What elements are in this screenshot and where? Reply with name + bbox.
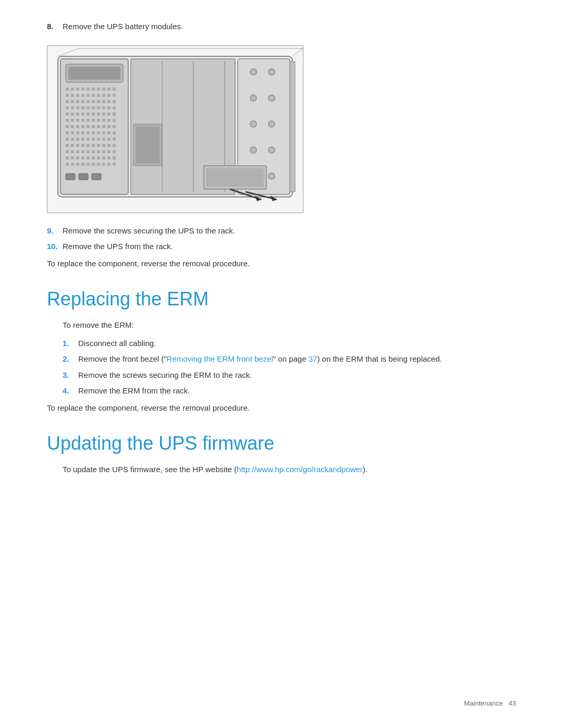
svg-rect-25 xyxy=(76,100,79,103)
erm-step-3-number: 3. xyxy=(63,369,78,381)
svg-rect-110 xyxy=(102,150,105,153)
svg-rect-126 xyxy=(81,163,84,166)
svg-rect-23 xyxy=(66,100,69,103)
svg-rect-51 xyxy=(107,113,111,116)
svg-rect-40 xyxy=(102,106,105,109)
svg-rect-127 xyxy=(87,163,90,166)
svg-rect-45 xyxy=(76,113,79,116)
svg-rect-92 xyxy=(113,138,116,141)
erm-step-2: 2. Remove the front bezel ("Removing the… xyxy=(63,353,516,365)
svg-rect-91 xyxy=(107,138,111,141)
svg-rect-14 xyxy=(71,94,74,97)
svg-point-152 xyxy=(268,147,275,153)
svg-rect-90 xyxy=(102,138,105,141)
erm-step-3: 3. Remove the screws securing the ERM to… xyxy=(63,369,516,381)
section2-heading: Updating the UPS firmware xyxy=(47,433,516,454)
step-10-text: Remove the UPS from the rack. xyxy=(63,241,516,253)
section1-heading: Replacing the ERM xyxy=(47,288,516,310)
replace-note-2: To replace the component, reverse the re… xyxy=(47,402,516,414)
svg-rect-49 xyxy=(97,113,100,116)
svg-point-151 xyxy=(250,147,256,153)
svg-rect-60 xyxy=(102,119,105,122)
svg-rect-48 xyxy=(92,113,95,116)
svg-rect-17 xyxy=(87,94,90,97)
svg-rect-61 xyxy=(107,119,111,122)
svg-rect-37 xyxy=(87,106,90,109)
svg-rect-104 xyxy=(71,150,74,153)
svg-point-146 xyxy=(268,69,275,75)
svg-rect-57 xyxy=(87,119,90,122)
svg-rect-67 xyxy=(87,125,90,128)
svg-rect-56 xyxy=(81,119,84,122)
footer-maintenance: Maintenance 43 xyxy=(464,699,516,707)
svg-rect-129 xyxy=(97,163,100,166)
svg-rect-47 xyxy=(87,113,90,116)
svg-rect-81 xyxy=(107,131,111,134)
svg-rect-119 xyxy=(97,156,100,159)
svg-rect-88 xyxy=(92,138,95,141)
svg-rect-123 xyxy=(66,163,69,166)
erm-step-1-number: 1. xyxy=(63,338,78,350)
step-9-number: 9. xyxy=(47,225,63,237)
svg-rect-97 xyxy=(87,144,90,147)
svg-rect-43 xyxy=(66,113,69,116)
svg-rect-101 xyxy=(107,144,111,147)
svg-rect-132 xyxy=(113,163,116,166)
svg-rect-118 xyxy=(92,156,95,159)
hp-website-link[interactable]: http://www.hp.com/go/rackandpower xyxy=(237,465,363,474)
svg-rect-76 xyxy=(81,131,84,134)
svg-rect-44 xyxy=(71,113,74,116)
svg-rect-26 xyxy=(81,100,84,103)
svg-rect-78 xyxy=(92,131,95,134)
svg-rect-105 xyxy=(76,150,79,153)
svg-rect-111 xyxy=(107,150,111,153)
svg-rect-136 xyxy=(79,174,88,180)
svg-rect-11 xyxy=(107,88,111,91)
svg-rect-65 xyxy=(76,125,79,128)
svg-rect-84 xyxy=(71,138,74,141)
erm-page-link[interactable]: 37 xyxy=(309,354,317,363)
svg-point-149 xyxy=(250,121,256,127)
svg-rect-68 xyxy=(92,125,95,128)
step-10-number: 10. xyxy=(47,241,63,253)
svg-rect-73 xyxy=(66,131,69,134)
svg-rect-80 xyxy=(102,131,105,134)
svg-point-150 xyxy=(268,121,275,127)
svg-rect-29 xyxy=(97,100,100,103)
svg-rect-3 xyxy=(66,88,69,91)
svg-rect-5 xyxy=(76,88,79,91)
erm-step-2-number: 2. xyxy=(63,353,78,365)
svg-rect-143 xyxy=(136,127,160,163)
svg-rect-82 xyxy=(113,131,116,134)
svg-rect-71 xyxy=(107,125,111,128)
svg-rect-69 xyxy=(97,125,100,128)
svg-rect-106 xyxy=(81,150,84,153)
svg-rect-6 xyxy=(81,88,84,91)
svg-rect-87 xyxy=(87,138,90,141)
svg-rect-120 xyxy=(102,156,105,159)
erm-step-4-number: 4. xyxy=(63,385,78,397)
erm-step-4: 4. Remove the ERM from the rack. xyxy=(63,385,516,397)
svg-rect-22 xyxy=(113,94,116,97)
svg-rect-4 xyxy=(71,88,74,91)
svg-rect-50 xyxy=(102,113,105,116)
svg-rect-66 xyxy=(81,125,84,128)
svg-rect-100 xyxy=(102,144,105,147)
svg-rect-114 xyxy=(71,156,74,159)
svg-rect-96 xyxy=(81,144,84,147)
svg-rect-102 xyxy=(113,144,116,147)
svg-rect-115 xyxy=(76,156,79,159)
svg-rect-74 xyxy=(71,131,74,134)
svg-rect-15 xyxy=(76,94,79,97)
svg-rect-94 xyxy=(71,144,74,147)
erm-bezel-link[interactable]: Removing the ERM front bezel xyxy=(167,354,273,363)
svg-rect-93 xyxy=(66,144,69,147)
svg-rect-95 xyxy=(76,144,79,147)
svg-rect-70 xyxy=(102,125,105,128)
svg-rect-128 xyxy=(92,163,95,166)
erm-step-3-text: Remove the screws securing the ERM to th… xyxy=(78,369,516,381)
svg-rect-83 xyxy=(66,138,69,141)
svg-rect-16 xyxy=(81,94,84,97)
svg-rect-98 xyxy=(92,144,95,147)
step-10: 10. Remove the UPS from the rack. xyxy=(47,241,516,253)
